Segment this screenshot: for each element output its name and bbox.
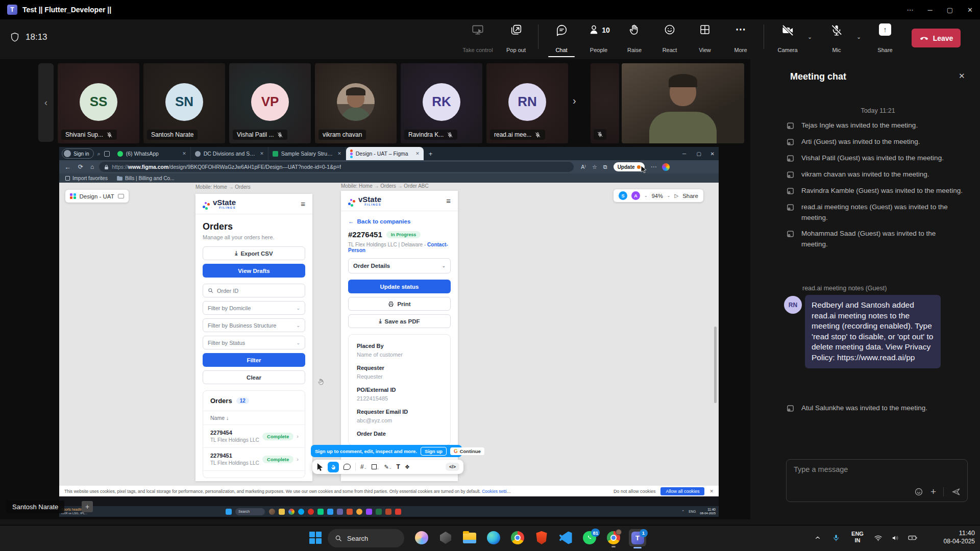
read-aloud-icon[interactable]: A⁾	[581, 164, 586, 170]
filter-status-dropdown[interactable]: Filter by Status⌄	[203, 336, 305, 349]
frame-tool-icon[interactable]: #⌄	[360, 463, 367, 470]
figma-file-chip[interactable]: Design - UAT	[65, 190, 129, 203]
people-button[interactable]: 10 People	[581, 23, 617, 53]
participant-tile[interactable]: VP Vishal Patil ...	[229, 63, 311, 143]
filter-business-structure-dropdown[interactable]: Filter by Business Structure⌄	[203, 318, 305, 332]
hand-tool-selected[interactable]	[328, 462, 339, 472]
bookmark-folder[interactable]: Bills | Billing and Co...	[117, 176, 175, 181]
raise-hand-button[interactable]: Raise	[619, 23, 650, 53]
react-button[interactable]: React	[653, 23, 686, 53]
tab-close-icon[interactable]: ✕	[260, 151, 264, 156]
dev-mode-toggle[interactable]: </>	[446, 463, 459, 471]
new-tab-button[interactable]: +	[429, 150, 433, 158]
actions-tool-icon[interactable]: ❖	[405, 464, 410, 470]
order-id-search-input[interactable]: Order ID	[203, 284, 305, 297]
clear-button[interactable]: Clear	[203, 370, 305, 384]
figma-share-button[interactable]: Share	[682, 193, 698, 199]
hamburger-menu-icon[interactable]: ≡	[301, 199, 305, 208]
frame-label[interactable]: Mobile: Home → Orders	[195, 184, 251, 190]
zoom-level[interactable]: 94%	[652, 193, 663, 199]
mic-options-chevron-icon[interactable]: ⌄	[856, 34, 861, 40]
browser-tab[interactable]: Sample Salary Structure with calc✕	[268, 147, 346, 160]
crystal-app-icon[interactable]	[438, 531, 453, 545]
chat-button[interactable]: Chat	[545, 23, 578, 53]
canvas-scrollbar[interactable]	[714, 327, 717, 403]
tab-close-icon[interactable]: ✕	[182, 151, 186, 156]
participant-tile[interactable]: SN Santosh Narate	[143, 63, 225, 143]
browser-tab-active[interactable]: Design - UAT – Figma✕	[346, 147, 424, 160]
pages-panel-icon[interactable]	[118, 194, 124, 198]
browser-update-button[interactable]: Update	[614, 162, 645, 171]
shape-tool-icon[interactable]: ⌄	[372, 462, 380, 471]
deny-cookies-button[interactable]: Do not allow cookies	[614, 489, 656, 494]
chat-close-icon[interactable]: ✕	[959, 71, 965, 81]
participant-tile[interactable]: vikram chavan	[315, 63, 397, 143]
participants-scroll-right-button[interactable]: ›	[573, 95, 576, 107]
sign-up-button[interactable]: Sign up	[421, 447, 447, 456]
allow-cookies-button[interactable]: Allow all cookies	[660, 487, 704, 495]
chrome-profile-icon[interactable]	[606, 531, 621, 545]
import-favorites-button[interactable]: Import favorites	[65, 176, 108, 181]
text-tool-icon[interactable]: T	[397, 463, 400, 470]
news-widget[interactable]: Sports headline KKR vs LSG, IPL...	[59, 508, 103, 515]
filter-button[interactable]: Filter	[203, 353, 305, 367]
emoji-icon[interactable]	[914, 487, 923, 496]
collaborator-avatar[interactable]: S	[619, 191, 627, 200]
print-button[interactable]: Print	[348, 297, 451, 311]
browser-profile-button[interactable]: Sign in	[62, 148, 94, 159]
edge-icon[interactable]	[486, 531, 501, 545]
browser-tab[interactable]: (6) WhatsApp✕	[113, 147, 191, 160]
browser-menu-icon[interactable]: ⋯	[651, 163, 657, 170]
view-button[interactable]: View	[689, 23, 721, 53]
pen-tool-icon[interactable]: ✎⌄	[384, 464, 391, 470]
workspaces-icon[interactable]	[104, 151, 110, 157]
export-csv-button[interactable]: ⤓Export CSV	[203, 246, 305, 260]
copilot-app-icon[interactable]	[414, 531, 429, 545]
presenter-add-button[interactable]: +	[82, 501, 93, 512]
browser-close-button[interactable]: ✕	[710, 151, 715, 157]
save-as-pdf-button[interactable]: ⤓Save as PDF	[348, 314, 451, 328]
refresh-icon[interactable]: ⟳	[78, 163, 83, 170]
teams-app-icon[interactable]: T 1	[629, 529, 646, 546]
browser-tab[interactable]: DC Divisions and Surroundings✕	[191, 147, 268, 160]
filter-domicile-dropdown[interactable]: Filter by Domicile⌄	[203, 301, 305, 315]
back-icon[interactable]: ←	[64, 163, 71, 171]
battery-icon[interactable]	[905, 531, 920, 545]
frame-label[interactable]: Mobile: Home → Orders → Order ABC	[341, 183, 429, 189]
file-explorer-icon[interactable]	[462, 531, 477, 545]
update-status-button[interactable]: Update status	[348, 280, 451, 293]
participant-video-tile[interactable]	[622, 63, 744, 143]
copilot-icon[interactable]	[662, 163, 670, 171]
window-more-icon[interactable]: ⋯	[907, 6, 914, 14]
name-column-header[interactable]: Name ↓	[203, 411, 305, 424]
back-to-companies-link[interactable]: ←Back to companies	[348, 218, 451, 224]
order-row[interactable]: 2279454 TL Flex Holdings LLC Complete ›	[203, 424, 305, 447]
tab-close-icon[interactable]: ✕	[415, 151, 420, 156]
volume-icon[interactable]	[888, 531, 902, 545]
google-continue-button[interactable]: G Continue	[450, 447, 484, 455]
wifi-icon[interactable]	[871, 531, 885, 545]
participant-tile[interactable]: RK Ravindra K...	[401, 63, 482, 143]
window-minimize-button[interactable]: ─	[928, 6, 933, 14]
brave-icon[interactable]	[534, 531, 549, 545]
whatsapp-icon[interactable]: 81	[582, 531, 597, 545]
window-close-button[interactable]: ✕	[967, 6, 973, 14]
order-details-dropdown[interactable]: Order Details⌄	[348, 258, 451, 273]
pop-out-button[interactable]: Pop out	[499, 23, 533, 53]
browser-minimize-button[interactable]: ─	[682, 151, 686, 157]
participant-tile-partial[interactable]	[591, 63, 619, 143]
view-drafts-button[interactable]: View Drafts	[203, 264, 305, 278]
home-icon[interactable]: ⌂	[90, 163, 94, 170]
url-bar[interactable]: https://www.figma.com/design/9BKQ0FOHRWa…	[99, 162, 574, 172]
camera-options-chevron-icon[interactable]: ⌄	[807, 34, 812, 40]
move-tool-icon[interactable]	[316, 463, 323, 471]
take-control-button[interactable]: Take control	[459, 23, 496, 53]
participant-tile[interactable]: SS Shivani Sup...	[58, 63, 139, 143]
browser-maximize-button[interactable]: ▢	[697, 151, 701, 157]
cookie-close-icon[interactable]: ✕	[709, 489, 714, 494]
participants-scroll-left-button[interactable]: ‹	[38, 63, 54, 142]
send-icon[interactable]	[951, 487, 961, 497]
tab-search-icon[interactable]: ⌕	[97, 151, 101, 157]
language-indicator[interactable]: ENGIN	[848, 531, 867, 543]
hamburger-menu-icon[interactable]: ≡	[446, 196, 451, 205]
